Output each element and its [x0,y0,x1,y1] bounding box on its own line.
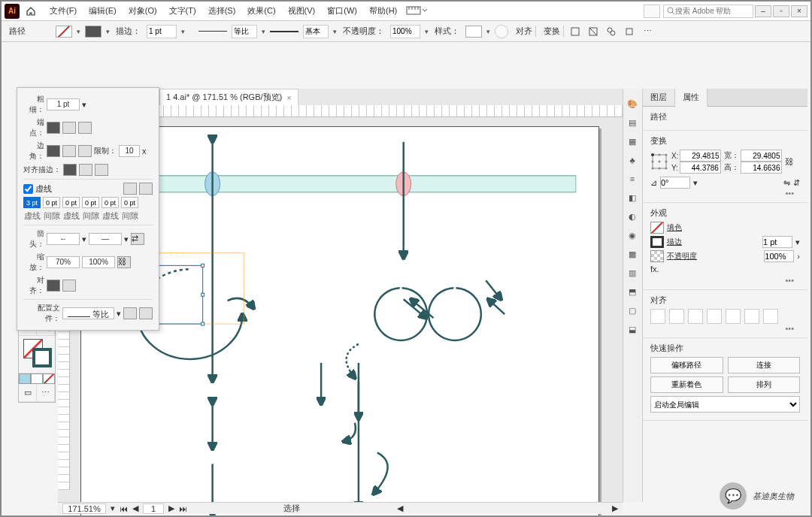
dash-pattern-exact[interactable] [139,183,153,195]
transform-link[interactable]: 变换 [541,26,564,37]
arrow-extend[interactable] [47,280,60,292]
search-box[interactable] [663,5,753,18]
nav-prev-icon[interactable]: ◀ [132,503,138,513]
scroll-left-icon[interactable]: ◀ [397,503,403,513]
fill-stroke-control[interactable] [19,336,55,373]
nav-next-icon[interactable]: ▶ [168,503,174,513]
dock-asset-export-icon[interactable]: ⬒ [625,284,640,299]
window-maximize[interactable]: ▫ [773,5,789,17]
profile-select[interactable]: 等比 [62,307,114,319]
align-more-icon[interactable]: ••• [650,324,800,333]
dock-transparency-icon[interactable]: ◐ [625,209,640,224]
flip-vert-icon[interactable] [139,307,153,319]
search-input[interactable] [675,7,743,15]
align-center[interactable] [63,164,77,176]
document-setup-icon[interactable] [644,5,660,18]
dash-3[interactable] [102,197,119,208]
color-swatch[interactable] [19,373,31,384]
edit-icon[interactable] [604,25,618,38]
style-swatch[interactable] [465,26,482,38]
menu-help[interactable]: 帮助(H) [363,5,403,17]
transform-more-icon[interactable]: ••• [650,189,800,198]
fill-link[interactable]: 填色 [667,222,682,233]
join-miter[interactable] [47,145,60,157]
reference-point-icon[interactable] [650,153,668,171]
tab-layers[interactable]: 图层 [643,89,675,106]
edit-toolbar[interactable]: ⋯ [37,384,55,402]
join-bevel[interactable] [78,145,92,157]
dock-brushes-icon[interactable]: ▦ [625,134,640,149]
stroke-weight-prop[interactable] [762,236,792,248]
menu-edit[interactable]: 编辑(E) [83,5,123,17]
zoom-display[interactable]: 171.51% [62,503,106,514]
align-outside[interactable] [95,164,108,176]
recolor-btn[interactable]: 重新着色 [650,376,723,393]
home-icon[interactable] [24,5,38,18]
y-input[interactable] [680,162,721,174]
stroke-color[interactable] [32,348,52,367]
menu-object[interactable]: 对象(O) [123,5,163,17]
screen-mode[interactable]: ▭ [19,384,37,402]
menu-window[interactable]: 窗口(W) [321,5,363,17]
cap-square[interactable] [78,122,92,134]
dock-artboards-icon[interactable]: ▢ [625,303,640,318]
profile-1[interactable] [232,25,257,38]
align-left[interactable] [650,309,665,324]
gap-2[interactable] [82,197,99,208]
flip-horiz-icon[interactable] [123,307,137,319]
window-minimize[interactable]: – [755,5,771,17]
align-hcenter[interactable] [669,309,684,324]
dash-2[interactable] [62,197,80,208]
dock-libraries-icon[interactable]: ⬓ [625,322,640,337]
weight-input[interactable]: 1 pt [47,98,80,110]
align-inside[interactable] [79,164,92,176]
measure-dropdown[interactable] [406,5,427,18]
stroke-swatch[interactable] [85,26,102,38]
dock-appearance-icon[interactable]: ◉ [625,228,640,243]
stroke-weight-input[interactable] [147,25,177,38]
miter-limit[interactable]: 10 [119,145,140,157]
artboard-index[interactable]: 1 [143,503,164,514]
isolate-icon[interactable] [568,25,582,38]
recolor-icon[interactable] [495,25,508,38]
profile-2[interactable] [303,25,329,38]
dock-stroke-icon[interactable]: ≡ [625,171,640,186]
menu-file[interactable]: 文件(F) [44,5,83,17]
fill-swatch[interactable] [56,26,72,38]
nav-first-icon[interactable]: ⏮ [120,504,128,513]
menu-select[interactable]: 选择(S) [202,5,242,17]
more-icon[interactable]: ⋯ [641,25,654,38]
cap-butt[interactable] [47,122,60,134]
flip-v-icon[interactable]: ⇵ [793,178,800,188]
dock-gradient-icon[interactable]: ◧ [625,190,640,205]
scroll-right-icon[interactable]: ▶ [612,503,618,513]
stroke-link[interactable]: 描边 [667,237,682,247]
dock-graphic-styles-icon[interactable]: ▩ [625,246,640,262]
dock-swatches-icon[interactable]: ▤ [625,115,640,130]
opacity-link[interactable]: 不透明度 [667,251,697,262]
flip-h-icon[interactable]: ⇋ [783,178,790,188]
fx-button[interactable]: fx. [650,265,659,274]
arrow-swap-icon[interactable]: ⇄ [131,233,144,245]
arrow-flush[interactable] [62,280,76,292]
window-close[interactable]: × [791,5,807,17]
gradient-swatch[interactable] [31,373,43,384]
gap-1[interactable] [43,197,60,208]
global-edit-select[interactable]: 启动全局编辑 [650,396,800,413]
opacity-swatch-prop[interactable] [650,250,664,262]
scale-link-icon[interactable]: ⛓ [117,256,131,268]
align-right[interactable] [688,309,703,324]
w-input[interactable] [741,150,782,162]
align-bottom[interactable] [744,309,759,324]
opacity-input[interactable] [390,25,420,38]
menu-view[interactable]: 视图(V) [282,5,322,17]
link-wh-icon[interactable]: ⛓ [785,157,793,166]
rot-input[interactable] [660,177,690,189]
arrow-end[interactable]: — [89,233,122,245]
stroke-swatch-prop[interactable] [650,236,664,248]
dock-symbols-icon[interactable]: ♣ [625,153,640,168]
opacity-prop[interactable] [764,250,794,262]
appearance-more-icon[interactable]: ••• [650,276,800,285]
document-tab[interactable]: 1 4.ai* @ 171.51 % (RGB/预览) × [159,89,298,105]
dash-pattern-aligned[interactable] [123,183,137,195]
